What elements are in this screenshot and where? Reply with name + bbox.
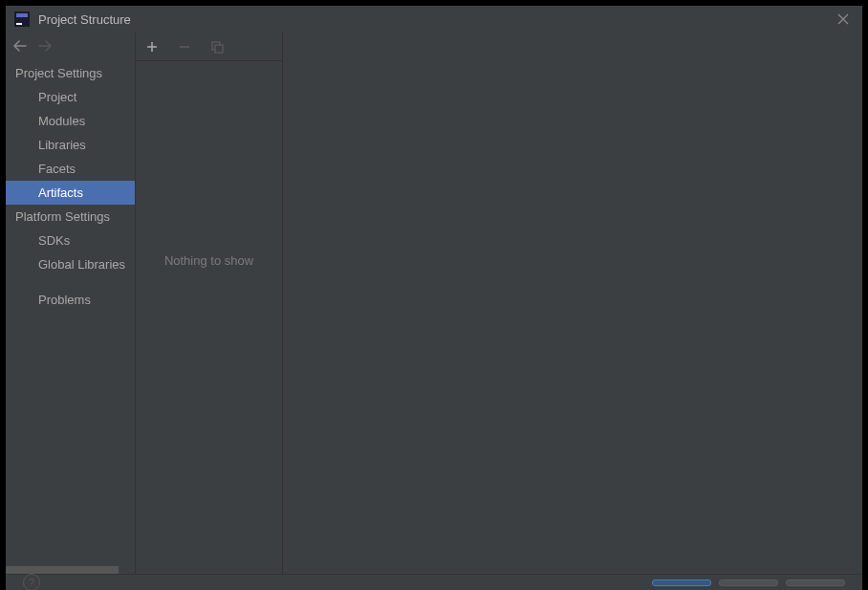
- svg-rect-1: [16, 13, 28, 17]
- sidebar-spacer: [6, 276, 135, 288]
- details-panel: [283, 33, 862, 574]
- arrow-right-icon: [38, 40, 52, 52]
- sidebar-item-global-libraries[interactable]: Global Libraries: [6, 252, 135, 276]
- plus-icon: [146, 41, 158, 53]
- sidebar-item-facets[interactable]: Facets: [6, 157, 135, 181]
- ok-button[interactable]: [652, 579, 711, 586]
- sidebar-section-platform-settings: Platform Settings: [6, 205, 135, 229]
- copy-button[interactable]: [208, 38, 226, 55]
- help-button[interactable]: ?: [23, 574, 40, 590]
- arrow-left-icon: [13, 40, 27, 52]
- minus-icon: [179, 41, 190, 53]
- footer-left: ?: [23, 574, 40, 590]
- sidebar-item-sdks[interactable]: SDKs: [6, 229, 135, 252]
- list-toolbar: [136, 33, 282, 61]
- remove-button[interactable]: [176, 38, 193, 55]
- titlebar: Project Structure: [6, 6, 862, 33]
- window-title: Project Structure: [38, 12, 832, 27]
- nav-back-button[interactable]: [13, 39, 27, 55]
- project-structure-dialog: Project Structure: [6, 6, 862, 590]
- nav-arrows: [6, 33, 135, 61]
- sidebar-scrollbar[interactable]: [6, 566, 119, 574]
- cancel-button[interactable]: [719, 579, 778, 586]
- sidebar-item-artifacts[interactable]: Artifacts: [6, 181, 135, 205]
- svg-rect-2: [16, 23, 22, 25]
- close-button[interactable]: [832, 8, 855, 31]
- sidebar-item-modules[interactable]: Modules: [6, 109, 135, 133]
- nav-forward-button[interactable]: [38, 39, 52, 55]
- app-icon: [13, 11, 31, 28]
- copy-icon: [210, 40, 224, 54]
- empty-list-label: Nothing to show: [136, 61, 282, 574]
- dialog-footer: ?: [6, 574, 862, 590]
- sidebar-item-problems[interactable]: Problems: [6, 288, 135, 312]
- artifacts-list-panel: Nothing to show: [136, 33, 283, 574]
- sidebar-section-project-settings: Project Settings: [6, 61, 135, 85]
- close-icon: [837, 13, 849, 25]
- content-area: Project Settings Project Modules Librari…: [6, 33, 862, 574]
- apply-button[interactable]: [786, 579, 845, 586]
- sidebar-item-libraries[interactable]: Libraries: [6, 133, 135, 157]
- svg-rect-9: [215, 45, 223, 53]
- sidebar: Project Settings Project Modules Librari…: [6, 33, 136, 574]
- sidebar-item-project[interactable]: Project: [6, 85, 135, 109]
- add-button[interactable]: [143, 38, 161, 55]
